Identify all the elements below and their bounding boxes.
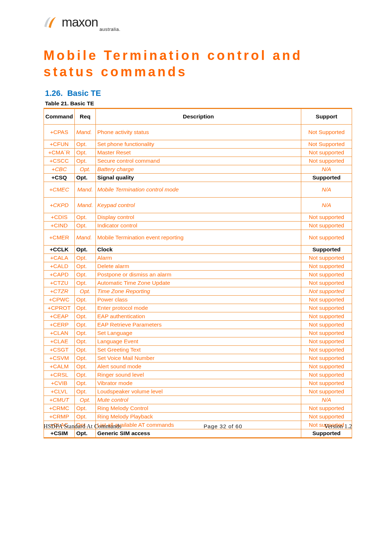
cell-req: Opt. bbox=[75, 329, 96, 337]
cell-sup: Not supported bbox=[301, 287, 352, 296]
cell-desc: Alert sound mode bbox=[96, 362, 301, 371]
cell-desc: Master Reset bbox=[96, 149, 301, 157]
section-name: Basic TE bbox=[67, 89, 101, 98]
cell-desc: Loudspeaker volume level bbox=[96, 388, 301, 396]
cell-req: Opt. bbox=[75, 262, 96, 271]
cell-sup: Not supported bbox=[301, 271, 352, 279]
footer-left: HSDPA Standard At Commands bbox=[44, 423, 122, 430]
cell-cmd: +CMA`R bbox=[44, 149, 75, 157]
table-row: +CINDOpt.Indicator controlNot supported bbox=[44, 222, 352, 230]
cell-req: Mand. bbox=[75, 198, 96, 213]
cell-cmd: +CSGT bbox=[44, 346, 75, 354]
cell-cmd: +CSCC bbox=[44, 157, 75, 165]
cell-req: Opt. bbox=[75, 304, 96, 312]
table-row: +CALDOpt.Delete alarmNot supported bbox=[44, 262, 352, 271]
cell-sup: Not supported bbox=[301, 312, 352, 321]
table-header-row: Command Req Description Support bbox=[44, 109, 352, 125]
cell-req: Opt. bbox=[75, 429, 96, 438]
cell-desc: Ring Melody Control bbox=[96, 404, 301, 413]
cell-req: Opt. bbox=[75, 362, 96, 371]
section-number: 1.26. bbox=[45, 89, 63, 98]
table-row: +CSIMOpt.Generic SIM accessSupported bbox=[44, 429, 352, 438]
table-row: +CEAPOpt.EAP authenticationNot supported bbox=[44, 312, 352, 321]
table-row: +CTZROpt.Time Zone ReportingNot supporte… bbox=[44, 287, 352, 296]
logo-mark-icon bbox=[44, 16, 58, 28]
table-row: +CTZUOpt.Automatic Time Zone UpdateNot s… bbox=[44, 279, 352, 287]
cell-sup: Not supported bbox=[301, 371, 352, 379]
cell-sup: N/A bbox=[301, 165, 352, 174]
table-row: +CPWCOpt.Power classNot supported bbox=[44, 296, 352, 304]
cell-cmd: +CPAS bbox=[44, 125, 75, 140]
cell-req: Opt. bbox=[75, 312, 96, 321]
cell-req: Opt. bbox=[75, 354, 96, 362]
cell-sup: Not supported bbox=[301, 213, 352, 222]
table-caption: Table 21. Basic TE bbox=[45, 100, 352, 107]
table-row: +CLAEOpt.Language EventNot supported bbox=[44, 337, 352, 346]
cell-sup: Supported bbox=[301, 429, 352, 438]
cell-cmd: +CIND bbox=[44, 222, 75, 230]
cell-req: Opt. bbox=[75, 157, 96, 165]
table-row: +CRSLOpt.Ringer sound levelNot supported bbox=[44, 371, 352, 379]
cell-cmd: +CVIB bbox=[44, 379, 75, 388]
table-row: +CAPDOpt.Postpone or dismiss an alarmNot… bbox=[44, 271, 352, 279]
cell-req: Opt. bbox=[75, 246, 96, 254]
col-req: Req bbox=[75, 109, 96, 125]
cell-req: Opt. bbox=[75, 287, 96, 296]
cell-req: Mand. bbox=[75, 125, 96, 140]
table-row: +CRMCOpt.Ring Melody ControlNot supporte… bbox=[44, 404, 352, 413]
cell-cmd: +CRMC bbox=[44, 404, 75, 413]
cell-req: Opt. bbox=[75, 254, 96, 262]
cell-req: Opt. bbox=[75, 396, 96, 404]
cell-req: Opt. bbox=[75, 413, 96, 421]
cell-sup: Not supported bbox=[301, 254, 352, 262]
cell-req: Mand. bbox=[75, 230, 96, 246]
cell-desc: Enter protocol mode bbox=[96, 304, 301, 312]
cell-sup: Not supported bbox=[301, 362, 352, 371]
footer-version: Version 1.2 bbox=[324, 423, 352, 430]
cell-sup: Not supported bbox=[301, 404, 352, 413]
table-row: +CSCCOpt.Secure control commandNot suppo… bbox=[44, 157, 352, 165]
cell-req: Opt. bbox=[75, 279, 96, 287]
cell-cmd: +CRSL bbox=[44, 371, 75, 379]
cell-desc: Automatic Time Zone Update bbox=[96, 279, 301, 287]
cell-sup: N/A bbox=[301, 396, 352, 404]
cell-req: Opt. bbox=[75, 321, 96, 329]
cell-cmd: +CRMP bbox=[44, 413, 75, 421]
cell-desc: Language Event bbox=[96, 337, 301, 346]
cell-sup: N/A bbox=[301, 198, 352, 213]
cell-sup: Not supported bbox=[301, 337, 352, 346]
cell-cmd: +CLAN bbox=[44, 329, 75, 337]
cell-cmd: +CEAP bbox=[44, 312, 75, 321]
page-footer: HSDPA Standard At Commands Page 32 of 60… bbox=[44, 423, 352, 430]
cell-desc: Ring Melody Playback bbox=[96, 413, 301, 421]
table-row: +CBCOpt.Battery chargeN/A bbox=[44, 165, 352, 174]
table-row: +CMUTOpt.Mute controlN/A bbox=[44, 396, 352, 404]
table-row: +CPASMand.Phone activity statusNot Suppo… bbox=[44, 125, 352, 140]
cell-desc: Ringer sound level bbox=[96, 371, 301, 379]
cell-desc: Clock bbox=[96, 246, 301, 254]
col-support: Support bbox=[301, 109, 352, 125]
cell-cmd: +CMEC bbox=[44, 182, 75, 198]
cell-desc: Mute control bbox=[96, 396, 301, 404]
cell-desc: Set Greeting Text bbox=[96, 346, 301, 354]
cell-sup: Not supported bbox=[301, 329, 352, 337]
cell-sup: Not supported bbox=[301, 346, 352, 354]
cell-desc: Time Zone Reporting bbox=[96, 287, 301, 296]
cell-desc: Secure control command bbox=[96, 157, 301, 165]
cell-cmd: +CPWC bbox=[44, 296, 75, 304]
cell-sup: Not supported bbox=[301, 262, 352, 271]
cell-sup: Not supported bbox=[301, 296, 352, 304]
cell-desc: Mobile Termination event reporting bbox=[96, 230, 301, 246]
cell-req: Opt. bbox=[75, 213, 96, 222]
cell-req: Opt. bbox=[75, 296, 96, 304]
cell-sup: Not supported bbox=[301, 279, 352, 287]
cell-desc: Vibrator mode bbox=[96, 379, 301, 388]
cell-desc: Power class bbox=[96, 296, 301, 304]
cell-req: Opt. bbox=[75, 404, 96, 413]
cell-req: Opt. bbox=[75, 379, 96, 388]
cell-cmd: +CKPD bbox=[44, 198, 75, 213]
cell-req: Mand. bbox=[75, 182, 96, 198]
cell-sup: Not supported bbox=[301, 149, 352, 157]
cell-desc: Set Language bbox=[96, 329, 301, 337]
cell-cmd: +CLAE bbox=[44, 337, 75, 346]
